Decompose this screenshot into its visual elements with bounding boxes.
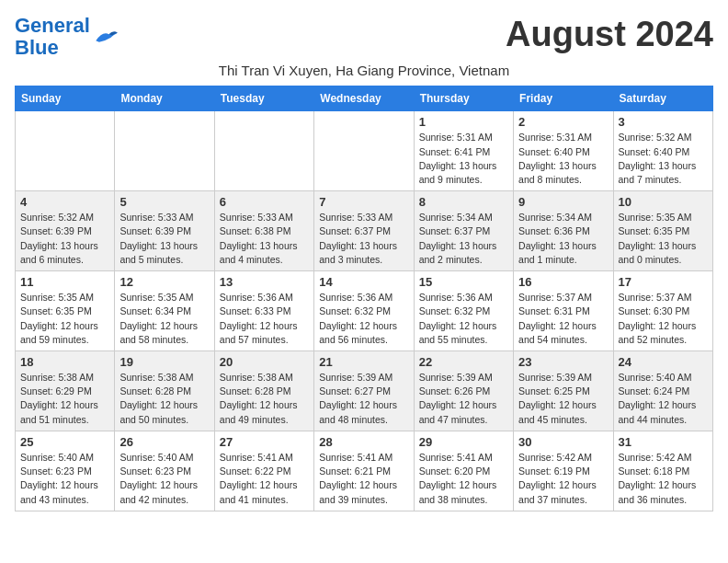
day-number: 31: [619, 435, 708, 449]
day-info: Sunrise: 5:41 AM Sunset: 6:20 PM Dayligh…: [419, 451, 508, 507]
day-number: 18: [20, 355, 109, 369]
day-info: Sunrise: 5:35 AM Sunset: 6:35 PM Dayligh…: [20, 291, 109, 347]
day-number: 27: [220, 435, 309, 449]
calendar-week-row: 4Sunrise: 5:32 AM Sunset: 6:39 PM Daylig…: [16, 191, 713, 271]
day-number: 7: [319, 195, 408, 209]
day-number: 30: [518, 435, 608, 449]
calendar-week-row: 18Sunrise: 5:38 AM Sunset: 6:29 PM Dayli…: [16, 351, 713, 431]
day-info: Sunrise: 5:34 AM Sunset: 6:36 PM Dayligh…: [518, 211, 608, 267]
day-info: Sunrise: 5:40 AM Sunset: 6:23 PM Dayligh…: [119, 451, 209, 507]
calendar-cell: 28Sunrise: 5:41 AM Sunset: 6:21 PM Dayli…: [314, 431, 414, 511]
calendar-header-row: SundayMondayTuesdayWednesdayThursdayFrid…: [16, 86, 713, 111]
day-info: Sunrise: 5:35 AM Sunset: 6:35 PM Dayligh…: [619, 211, 708, 267]
calendar-week-row: 25Sunrise: 5:40 AM Sunset: 6:23 PM Dayli…: [16, 431, 713, 511]
calendar-cell: 1Sunrise: 5:31 AM Sunset: 6:41 PM Daylig…: [414, 111, 513, 191]
day-info: Sunrise: 5:35 AM Sunset: 6:34 PM Dayligh…: [119, 291, 209, 347]
day-number: 16: [518, 275, 608, 289]
day-info: Sunrise: 5:41 AM Sunset: 6:21 PM Dayligh…: [319, 451, 408, 507]
day-info: Sunrise: 5:33 AM Sunset: 6:39 PM Dayligh…: [119, 211, 209, 267]
calendar-cell: 24Sunrise: 5:40 AM Sunset: 6:24 PM Dayli…: [613, 351, 712, 431]
calendar-cell: 31Sunrise: 5:42 AM Sunset: 6:18 PM Dayli…: [613, 431, 712, 511]
month-year-title: August 2024: [506, 15, 713, 54]
day-number: 10: [619, 195, 708, 209]
calendar-cell: 14Sunrise: 5:36 AM Sunset: 6:32 PM Dayli…: [314, 271, 414, 351]
calendar-cell: 13Sunrise: 5:36 AM Sunset: 6:33 PM Dayli…: [214, 271, 313, 351]
weekday-header-tuesday: Tuesday: [214, 86, 313, 111]
day-number: 2: [518, 115, 608, 129]
calendar-cell: 16Sunrise: 5:37 AM Sunset: 6:31 PM Dayli…: [514, 271, 613, 351]
calendar-cell: 23Sunrise: 5:39 AM Sunset: 6:25 PM Dayli…: [514, 351, 613, 431]
day-number: 26: [119, 435, 209, 449]
day-number: 25: [20, 435, 109, 449]
day-info: Sunrise: 5:37 AM Sunset: 6:30 PM Dayligh…: [619, 291, 708, 347]
calendar-cell: 6Sunrise: 5:33 AM Sunset: 6:38 PM Daylig…: [214, 191, 313, 271]
calendar-cell: 20Sunrise: 5:38 AM Sunset: 6:28 PM Dayli…: [214, 351, 313, 431]
day-number: 6: [220, 195, 309, 209]
calendar-cell: [115, 111, 214, 191]
day-info: Sunrise: 5:36 AM Sunset: 6:33 PM Dayligh…: [220, 291, 309, 347]
calendar-cell: 30Sunrise: 5:42 AM Sunset: 6:19 PM Dayli…: [514, 431, 613, 511]
calendar-cell: 8Sunrise: 5:34 AM Sunset: 6:37 PM Daylig…: [414, 191, 513, 271]
day-info: Sunrise: 5:39 AM Sunset: 6:27 PM Dayligh…: [319, 371, 408, 427]
day-number: 20: [220, 355, 309, 369]
calendar-cell: 3Sunrise: 5:32 AM Sunset: 6:40 PM Daylig…: [613, 111, 712, 191]
day-info: Sunrise: 5:41 AM Sunset: 6:22 PM Dayligh…: [220, 451, 309, 507]
day-number: 14: [319, 275, 408, 289]
calendar-cell: 29Sunrise: 5:41 AM Sunset: 6:20 PM Dayli…: [414, 431, 513, 511]
calendar-cell: 22Sunrise: 5:39 AM Sunset: 6:26 PM Dayli…: [414, 351, 513, 431]
weekday-header-sunday: Sunday: [16, 86, 115, 111]
calendar-cell: [314, 111, 414, 191]
calendar-cell: 10Sunrise: 5:35 AM Sunset: 6:35 PM Dayli…: [613, 191, 712, 271]
day-number: 21: [319, 355, 408, 369]
day-info: Sunrise: 5:33 AM Sunset: 6:38 PM Dayligh…: [220, 211, 309, 267]
calendar-week-row: 1Sunrise: 5:31 AM Sunset: 6:41 PM Daylig…: [16, 111, 713, 191]
logo-general: General: [15, 14, 90, 37]
calendar-cell: 9Sunrise: 5:34 AM Sunset: 6:36 PM Daylig…: [514, 191, 613, 271]
day-info: Sunrise: 5:37 AM Sunset: 6:31 PM Dayligh…: [518, 291, 608, 347]
logo-text: General: [15, 14, 90, 37]
weekday-header-saturday: Saturday: [613, 86, 712, 111]
calendar-cell: 25Sunrise: 5:40 AM Sunset: 6:23 PM Dayli…: [16, 431, 115, 511]
calendar-cell: 26Sunrise: 5:40 AM Sunset: 6:23 PM Dayli…: [115, 431, 214, 511]
logo-bird-icon: [92, 28, 119, 46]
day-number: 22: [419, 355, 508, 369]
day-info: Sunrise: 5:33 AM Sunset: 6:37 PM Dayligh…: [319, 211, 408, 267]
calendar-cell: 15Sunrise: 5:36 AM Sunset: 6:32 PM Dayli…: [414, 271, 513, 351]
day-number: 17: [619, 275, 708, 289]
page-header: General Blue August 2024: [15, 15, 713, 59]
day-number: 24: [619, 355, 708, 369]
calendar-cell: 12Sunrise: 5:35 AM Sunset: 6:34 PM Dayli…: [115, 271, 214, 351]
calendar-cell: 19Sunrise: 5:38 AM Sunset: 6:28 PM Dayli…: [115, 351, 214, 431]
calendar-cell: [214, 111, 313, 191]
calendar-cell: 18Sunrise: 5:38 AM Sunset: 6:29 PM Dayli…: [16, 351, 115, 431]
day-number: 1: [419, 115, 508, 129]
day-info: Sunrise: 5:39 AM Sunset: 6:25 PM Dayligh…: [518, 371, 608, 427]
weekday-header-thursday: Thursday: [414, 86, 513, 111]
day-number: 12: [119, 275, 209, 289]
day-number: 9: [518, 195, 608, 209]
calendar-week-row: 11Sunrise: 5:35 AM Sunset: 6:35 PM Dayli…: [16, 271, 713, 351]
day-number: 11: [20, 275, 109, 289]
day-number: 3: [619, 115, 708, 129]
calendar-cell: 5Sunrise: 5:33 AM Sunset: 6:39 PM Daylig…: [115, 191, 214, 271]
day-info: Sunrise: 5:31 AM Sunset: 6:40 PM Dayligh…: [518, 131, 608, 187]
day-info: Sunrise: 5:39 AM Sunset: 6:26 PM Dayligh…: [419, 371, 508, 427]
day-info: Sunrise: 5:38 AM Sunset: 6:28 PM Dayligh…: [119, 371, 209, 427]
day-number: 15: [419, 275, 508, 289]
day-number: 19: [119, 355, 209, 369]
day-number: 28: [319, 435, 408, 449]
day-info: Sunrise: 5:31 AM Sunset: 6:41 PM Dayligh…: [419, 131, 508, 187]
day-info: Sunrise: 5:34 AM Sunset: 6:37 PM Dayligh…: [419, 211, 508, 267]
calendar-cell: 21Sunrise: 5:39 AM Sunset: 6:27 PM Dayli…: [314, 351, 414, 431]
logo: General Blue: [15, 15, 119, 59]
day-info: Sunrise: 5:32 AM Sunset: 6:40 PM Dayligh…: [619, 131, 708, 187]
day-number: 4: [20, 195, 109, 209]
day-info: Sunrise: 5:40 AM Sunset: 6:24 PM Dayligh…: [619, 371, 708, 427]
calendar-cell: 11Sunrise: 5:35 AM Sunset: 6:35 PM Dayli…: [16, 271, 115, 351]
day-number: 5: [119, 195, 209, 209]
weekday-header-wednesday: Wednesday: [314, 86, 414, 111]
day-info: Sunrise: 5:36 AM Sunset: 6:32 PM Dayligh…: [419, 291, 508, 347]
weekday-header-friday: Friday: [514, 86, 613, 111]
calendar-cell: 27Sunrise: 5:41 AM Sunset: 6:22 PM Dayli…: [214, 431, 313, 511]
weekday-header-monday: Monday: [115, 86, 214, 111]
